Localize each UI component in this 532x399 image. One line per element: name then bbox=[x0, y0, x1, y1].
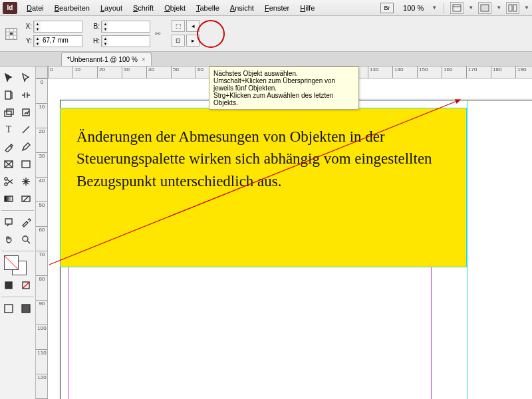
fill-swatch-icon[interactable] bbox=[4, 255, 19, 270]
text-frame[interactable]: Änderungen der Abmesungen von Objekten i… bbox=[60, 108, 467, 267]
svg-rect-18 bbox=[5, 219, 12, 224]
gradient-swatch-tool[interactable] bbox=[1, 191, 17, 207]
svg-point-15 bbox=[5, 178, 7, 180]
fill-stroke-swatch[interactable] bbox=[3, 254, 29, 274]
arrange-docs-icon[interactable] bbox=[506, 2, 519, 14]
select-prev-object-button[interactable]: ◂ bbox=[186, 20, 200, 32]
select-next-object-button[interactable]: ▸ bbox=[186, 35, 200, 47]
h-label: H: bbox=[90, 37, 100, 45]
select-container-button[interactable]: ⬚ bbox=[172, 20, 185, 32]
content-collector-tool[interactable] bbox=[1, 104, 17, 120]
rectangle-tool[interactable] bbox=[18, 156, 34, 172]
constrain-proportions-icon[interactable]: ⚯ bbox=[153, 23, 162, 45]
svg-rect-5 bbox=[5, 91, 11, 99]
menu-file[interactable]: Datei bbox=[21, 2, 49, 14]
svg-line-9 bbox=[23, 126, 29, 133]
scissors-tool[interactable] bbox=[1, 174, 17, 190]
arrange-docs-dropdown-icon[interactable]: ▼ bbox=[524, 5, 529, 11]
pencil-tool[interactable] bbox=[18, 139, 34, 155]
menu-edit[interactable]: Bearbeiten bbox=[49, 2, 95, 14]
svg-rect-25 bbox=[22, 305, 30, 313]
app-logo-icon: Id bbox=[3, 2, 17, 14]
svg-rect-0 bbox=[453, 5, 461, 11]
svg-rect-24 bbox=[5, 305, 13, 313]
tooltip-line: Strg+Klicken zum Auswählen des letzten O… bbox=[213, 92, 354, 106]
menu-bar: Id Datei Bearbeiten Layout Schrift Objek… bbox=[0, 0, 532, 16]
svg-rect-3 bbox=[509, 5, 512, 11]
svg-line-23 bbox=[23, 282, 29, 289]
svg-rect-4 bbox=[513, 5, 517, 11]
svg-rect-16 bbox=[5, 196, 13, 201]
tooltip-line: Nächstes Objekt auswählen. bbox=[213, 70, 354, 77]
w-label: B: bbox=[90, 23, 100, 30]
zoom-level[interactable]: 100 % bbox=[403, 4, 424, 12]
control-panel: X: ▲▼ Y: ▲▼ 67,7 mm B: ▲▼ H: ▲▼ bbox=[0, 16, 532, 52]
screen-mode-icon[interactable] bbox=[478, 2, 491, 14]
tool-panel: T bbox=[0, 66, 36, 399]
free-transform-tool[interactable] bbox=[18, 174, 34, 190]
gradient-feather-tool[interactable] bbox=[18, 191, 34, 207]
svg-rect-7 bbox=[7, 109, 13, 114]
hand-tool[interactable] bbox=[1, 231, 17, 247]
document-canvas[interactable]: 0102030405060708090100110120130140150160… bbox=[36, 66, 532, 399]
column-guide bbox=[467, 100, 468, 399]
document-tab-bar: *Unbenannt-1 @ 100 % × bbox=[0, 52, 532, 66]
content-placer-tool[interactable] bbox=[18, 104, 34, 120]
svg-rect-21 bbox=[5, 282, 12, 289]
eyedropper-tool[interactable] bbox=[18, 214, 34, 230]
apply-color-icon[interactable] bbox=[1, 277, 17, 293]
svg-point-19 bbox=[23, 236, 28, 241]
pen-tool[interactable] bbox=[1, 139, 17, 155]
svg-line-20 bbox=[27, 241, 30, 243]
tooltip-line: Umschalt+Klicken zum Überspringen von je… bbox=[213, 77, 354, 92]
document-tab[interactable]: *Unbenannt-1 @ 100 % × bbox=[61, 53, 152, 66]
selection-tool[interactable] bbox=[1, 70, 17, 86]
bridge-icon[interactable]: Br bbox=[380, 3, 394, 13]
menu-object[interactable]: Objekt bbox=[159, 2, 191, 14]
zoom-dropdown-icon[interactable]: ▼ bbox=[432, 5, 437, 11]
close-tab-icon[interactable]: × bbox=[142, 56, 146, 63]
svg-point-14 bbox=[5, 183, 7, 186]
screen-mode-dropdown-icon[interactable]: ▼ bbox=[496, 5, 501, 11]
reference-point-proxy[interactable] bbox=[5, 28, 17, 40]
menu-view[interactable]: Ansicht bbox=[225, 2, 259, 14]
x-field[interactable]: ▲▼ bbox=[33, 21, 82, 33]
menu-help[interactable]: Hilfe bbox=[295, 2, 320, 14]
view-mode-normal-icon[interactable] bbox=[1, 301, 17, 317]
svg-rect-2 bbox=[481, 5, 489, 11]
svg-rect-13 bbox=[22, 161, 30, 168]
select-content-button[interactable]: ⊡ bbox=[172, 35, 185, 47]
document-tab-title: *Unbenannt-1 @ 100 % bbox=[67, 56, 138, 63]
tooltip: Nächstes Objekt auswählen. Umschalt+Klic… bbox=[209, 66, 359, 110]
type-tool[interactable]: T bbox=[1, 122, 17, 138]
view-mode-preview-icon[interactable] bbox=[18, 301, 34, 317]
zoom-tool[interactable] bbox=[18, 231, 34, 247]
h-field[interactable]: ▲▼ bbox=[101, 35, 150, 47]
x-label: X: bbox=[23, 23, 32, 30]
rectangle-frame-tool[interactable] bbox=[1, 156, 17, 172]
vertical-ruler[interactable]: 0102030405060708090100110120130 bbox=[36, 78, 48, 399]
w-field[interactable]: ▲▼ bbox=[101, 21, 150, 33]
y-label: Y: bbox=[23, 37, 32, 45]
view-options-dropdown-icon[interactable]: ▼ bbox=[468, 5, 473, 11]
page-tool[interactable] bbox=[1, 87, 17, 103]
view-options-icon[interactable] bbox=[450, 2, 464, 14]
direct-selection-tool[interactable] bbox=[18, 70, 34, 86]
gap-tool[interactable] bbox=[18, 87, 34, 103]
text-frame-content: Änderungen der Abmesungen von Objekten i… bbox=[61, 108, 466, 192]
menu-type[interactable]: Schrift bbox=[128, 2, 159, 14]
menu-window[interactable]: Fenster bbox=[259, 2, 295, 14]
menu-layout[interactable]: Layout bbox=[95, 2, 128, 14]
y-field[interactable]: ▲▼ 67,7 mm bbox=[33, 35, 82, 47]
menu-table[interactable]: Tabelle bbox=[191, 2, 225, 14]
svg-rect-6 bbox=[5, 111, 11, 116]
annotation-red-circle bbox=[197, 20, 225, 48]
ruler-origin[interactable] bbox=[36, 66, 48, 78]
apply-none-icon[interactable] bbox=[18, 277, 34, 293]
note-tool[interactable] bbox=[1, 214, 17, 230]
line-tool[interactable] bbox=[18, 122, 34, 138]
